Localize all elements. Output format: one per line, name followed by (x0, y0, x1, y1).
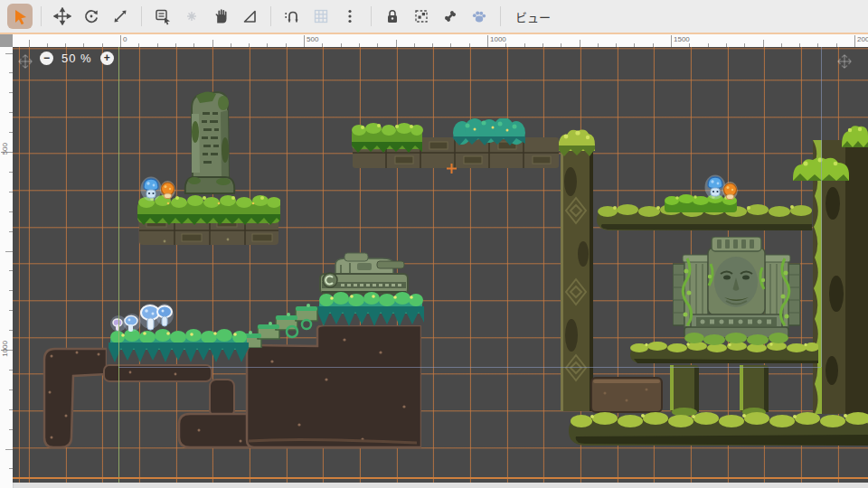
select-tool-button[interactable] (7, 4, 33, 29)
vine-stairs[interactable] (240, 303, 320, 348)
ruler-corner (0, 34, 13, 47)
ruler-tick (854, 35, 855, 47)
ruler-label: 2000 (857, 35, 868, 43)
ruler-tick (487, 35, 488, 47)
ruler-tick (396, 40, 397, 47)
ornamented-column[interactable] (558, 127, 595, 414)
pan-indicator-icon (837, 54, 852, 69)
snap-to-grid-button[interactable] (279, 4, 305, 29)
hanging-pillar[interactable] (737, 365, 771, 416)
ruler-tick (212, 40, 213, 47)
kebab-menu-icon (341, 7, 359, 25)
toolbar: ビュー (0, 0, 868, 34)
scene-editor-window: ビュー 0500100015002000 5001000 (0, 0, 868, 488)
rotate-tool-button[interactable] (79, 4, 104, 29)
grid-toggle-button[interactable] (308, 4, 334, 29)
cave-ledge[interactable] (103, 364, 212, 382)
dashed-square-icon (412, 7, 430, 25)
ruler-tick (5, 53, 13, 54)
view-menu-button[interactable]: ビュー (507, 4, 559, 29)
game-window-border-bottom (118, 367, 821, 368)
paw-icon (470, 7, 488, 25)
ruler-horizontal: 0500100015002000 (13, 34, 868, 48)
ruler-vertical: 5001000 (0, 47, 14, 488)
far-right-column[interactable] (809, 140, 868, 414)
scene-frame-line (13, 477, 868, 479)
collision-mask-button[interactable] (409, 4, 434, 29)
toolbar-separator (41, 6, 42, 26)
list-select-icon (154, 7, 172, 25)
magnet-icon (283, 7, 301, 25)
column-foot-block[interactable] (590, 377, 663, 413)
glowing-mushrooms[interactable] (139, 302, 174, 333)
ruler-tick (763, 40, 764, 47)
select-instances-button[interactable] (150, 4, 175, 29)
stone-face-statue[interactable] (673, 237, 800, 345)
ruler-tick (5, 449, 13, 450)
zoom-out-button[interactable]: − (40, 52, 53, 65)
bone-button[interactable] (438, 4, 463, 29)
pan-tool-button[interactable] (208, 4, 233, 29)
ruler-label: 500 (1, 143, 9, 155)
ruler-label: 0 (123, 35, 127, 43)
more-options-button[interactable] (337, 4, 363, 29)
lock-icon (383, 7, 401, 25)
teal-grass-platform-high[interactable] (317, 292, 424, 328)
scene-canvas[interactable]: − 50 % + (13, 47, 868, 483)
ruler-tick (580, 40, 580, 47)
ruler-tick (671, 35, 672, 47)
cave-wall[interactable] (41, 347, 107, 449)
orange-snail[interactable] (722, 182, 738, 201)
glowing-mushrooms-small[interactable] (110, 313, 141, 333)
origin-axis-line (118, 47, 119, 483)
hanging-pillar[interactable] (666, 365, 703, 416)
paw-button[interactable] (467, 4, 492, 29)
bottom-mossy-platform[interactable] (567, 411, 868, 450)
ruler-tick (29, 40, 30, 47)
ruler-tick (5, 251, 13, 252)
ruler-label: 1000 (490, 35, 506, 43)
sparkle-icon (183, 7, 201, 25)
grid-icon (312, 7, 330, 25)
ruler-tick (120, 35, 121, 47)
zoom-in-button[interactable]: + (100, 52, 114, 65)
scale-tool-button[interactable] (108, 4, 133, 29)
statue-base-platform[interactable] (628, 342, 818, 366)
triangle-tool-button[interactable] (237, 4, 262, 29)
blue-snail[interactable] (140, 176, 162, 202)
move-icon (53, 7, 71, 25)
scale-icon (111, 7, 129, 25)
jungle-platform-with-teal-bush[interactable] (352, 118, 559, 168)
ruler-label: 1000 (1, 341, 9, 357)
ruler-label: 500 (307, 35, 318, 43)
hand-icon (212, 7, 230, 25)
orange-snail[interactable] (160, 181, 175, 200)
stone-monument[interactable] (178, 87, 241, 195)
move-tool-button[interactable] (50, 4, 75, 29)
magic-sparkle-button[interactable] (179, 4, 204, 29)
cursor-icon (11, 7, 29, 25)
pan-indicator-icon (18, 54, 33, 69)
ruler-label: 1500 (674, 35, 690, 43)
zoom-level-value: 50 % (61, 52, 92, 65)
lock-button[interactable] (380, 4, 405, 29)
teal-grass-platform-low[interactable] (108, 329, 249, 363)
toolbar-separator (371, 6, 372, 26)
zoom-control: − 50 % + (40, 52, 114, 65)
toolbar-separator (141, 6, 142, 26)
toolbar-separator (500, 6, 501, 26)
triangle-icon (241, 7, 259, 25)
ruler-tick (304, 35, 305, 47)
bone-icon (441, 7, 459, 25)
grass-cap[interactable] (793, 155, 849, 181)
rotate-icon (82, 7, 100, 25)
toolbar-separator (270, 6, 271, 26)
grass-cap[interactable] (842, 123, 868, 147)
